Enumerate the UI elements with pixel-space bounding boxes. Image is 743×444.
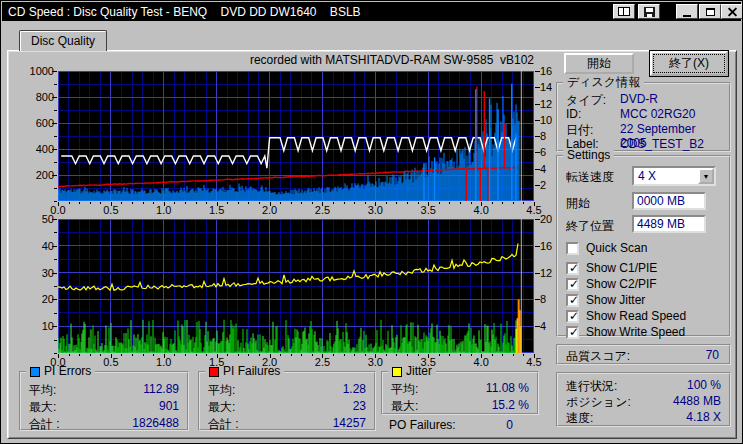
end-position-label: 終了位置 <box>566 218 614 235</box>
checkbox-quick-scan[interactable]: Quick Scan <box>566 241 647 255</box>
jitter-stats-box: Jitter 平均:11.08 % 最大:15.2 % <box>381 371 539 415</box>
po-failures-value: 0 <box>461 418 513 432</box>
checkbox-show-read-speed[interactable]: Show Read Speed <box>566 309 686 323</box>
start-position-input[interactable] <box>632 192 706 210</box>
show-c1-pie-checkbox[interactable] <box>566 262 579 275</box>
jitter-color-swatch <box>392 367 402 377</box>
po-failures-label: PO Failures: <box>389 418 456 432</box>
pi-failures-color-swatch <box>209 367 219 377</box>
app-window: CD Speed : Disc Quality Test - BENQ DVD … <box>0 0 743 444</box>
disc-info-box: ディスク情報 タイプ:DVD-R ID:MCC 02RG20 日付:22 Sep… <box>556 82 731 152</box>
show-read-speed-checkbox[interactable] <box>566 310 579 323</box>
title-bar: CD Speed : Disc Quality Test - BENQ DVD … <box>2 2 741 21</box>
stat-value: 14257 <box>333 416 366 430</box>
stat-value: 11.08 % <box>486 381 529 395</box>
save-button[interactable] <box>638 4 660 19</box>
window-title: CD Speed : Disc Quality Test - BENQ DVD … <box>8 5 361 19</box>
stat-label: 最大: <box>391 398 418 415</box>
quick-scan-checkbox[interactable] <box>566 242 579 255</box>
stat-value: 1.28 <box>343 382 366 396</box>
report-button[interactable] <box>613 4 635 19</box>
jitter-title: Jitter <box>406 365 432 378</box>
recorded-with-label: recorded with MATSHITADVD-RAM SW-9585 vB… <box>234 53 534 67</box>
maximize-button[interactable] <box>699 4 721 19</box>
disc-label-value: CDS_TEST_B2 <box>620 137 704 151</box>
tab-disc-quality[interactable]: Disc Quality <box>19 30 107 51</box>
jitter-pif-chart-plot <box>58 219 534 353</box>
checkbox-show-c1-pie[interactable]: Show C1/PIE <box>566 261 657 275</box>
pi-errors-color-swatch <box>30 367 40 377</box>
transfer-rate-value: 4 X <box>638 169 656 183</box>
quality-score-value: 70 <box>706 348 719 362</box>
close-icon <box>727 7 738 16</box>
quality-score-label: 品質スコア: <box>566 348 630 365</box>
checkbox-label: Show Write Speed <box>586 325 685 339</box>
disc-id-value: MCC 02RG20 <box>620 107 695 121</box>
checkbox-label: Show C2/PIF <box>586 277 657 291</box>
pi-failures-title: PI Failures <box>223 365 280 378</box>
minimize-button[interactable] <box>676 4 698 19</box>
show-jitter-checkbox[interactable] <box>566 294 579 307</box>
settings-box: Settings 転送速度 4 X 開始 終了位置 Quick Scan Sho… <box>556 155 731 337</box>
pi-errors-chart-plot <box>58 71 534 201</box>
transfer-rate-select[interactable]: 4 X <box>632 166 716 186</box>
show-write-speed-checkbox[interactable] <box>566 326 579 339</box>
dropdown-arrow-icon[interactable] <box>698 168 714 184</box>
stat-label: 合計 : <box>29 416 60 433</box>
checkbox-show-c2-pif[interactable]: Show C2/PIF <box>566 277 657 291</box>
pi-errors-stats-box: PI Errors 平均:112.89 最大:901 合計 :1826488 <box>19 371 189 431</box>
end-position-input[interactable] <box>632 215 706 233</box>
pi-errors-legend: PI Errors <box>26 365 95 378</box>
pi-failures-stats-box: PI Failures 平均:1.28 最大:23 合計 :14257 <box>198 371 376 431</box>
stat-value: 15.2 % <box>492 398 529 412</box>
stat-value: 112.89 <box>143 382 179 396</box>
disc-info-title: ディスク情報 <box>563 76 644 89</box>
checkbox-label: Show Jitter <box>586 293 645 307</box>
progress-box: 進行状況:100 % ポジション:4488 MB 速度:4.18 X <box>556 372 731 427</box>
pi-error-scan-canvas <box>58 71 534 201</box>
stat-label: 平均: <box>29 382 56 399</box>
save-icon <box>644 7 655 17</box>
quality-score-box: 品質スコア: 70 <box>556 344 731 365</box>
report-icon <box>618 7 630 16</box>
checkbox-label: Show Read Speed <box>586 309 686 323</box>
show-c2-pif-checkbox[interactable] <box>566 278 579 291</box>
exit-button[interactable]: 終了(X) <box>650 51 728 76</box>
position-value: 4488 MB <box>673 394 721 408</box>
maximize-icon <box>706 8 715 16</box>
stat-label: 平均: <box>391 381 418 398</box>
checkbox-show-jitter[interactable]: Show Jitter <box>566 293 645 307</box>
jitter-pif-scan-canvas <box>58 219 534 353</box>
stat-label: 合計 : <box>208 416 239 433</box>
speed-value: 4.18 X <box>686 410 721 424</box>
stat-label: 最大: <box>29 399 56 416</box>
checkbox-label: Quick Scan <box>586 241 647 255</box>
checkbox-show-write-speed[interactable]: Show Write Speed <box>566 325 685 339</box>
disc-type-value: DVD-R <box>620 92 658 106</box>
progress-value: 100 % <box>687 378 721 392</box>
stat-value: 23 <box>353 399 366 413</box>
position-label: ポジション: <box>566 394 631 411</box>
start-position-label: 開始 <box>566 195 590 212</box>
stat-value: 901 <box>159 399 179 413</box>
disc-info-label: ID: <box>566 107 581 121</box>
minimize-icon <box>683 15 691 17</box>
transfer-rate-label: 転送速度 <box>566 169 614 186</box>
checkbox-label: Show C1/PIE <box>586 261 657 275</box>
settings-title: Settings <box>563 149 614 162</box>
progress-label: 進行状況: <box>566 378 617 395</box>
stat-value: 1826488 <box>132 416 179 430</box>
pi-errors-title: PI Errors <box>44 365 91 378</box>
start-button[interactable]: 開始 <box>564 53 634 74</box>
pi-failures-legend: PI Failures <box>205 365 284 378</box>
speed-label: 速度: <box>566 410 593 427</box>
jitter-legend: Jitter <box>388 365 436 378</box>
stat-label: 最大: <box>208 399 235 416</box>
stat-label: 平均: <box>208 382 235 399</box>
close-button[interactable] <box>721 4 743 19</box>
